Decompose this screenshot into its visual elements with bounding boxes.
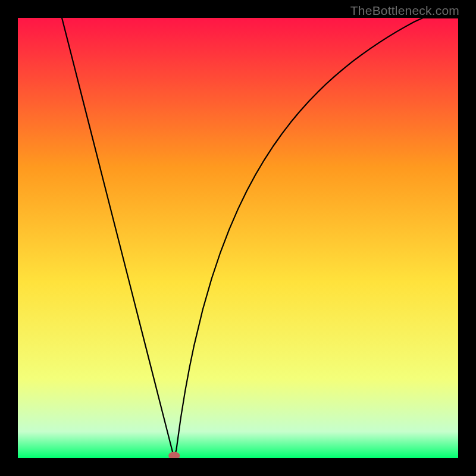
gradient-background <box>18 18 458 458</box>
plot-area <box>18 18 458 458</box>
watermark-text: TheBottleneck.com <box>350 4 459 18</box>
chart-frame: TheBottleneck.com <box>0 0 476 476</box>
bottleneck-chart <box>18 18 458 458</box>
